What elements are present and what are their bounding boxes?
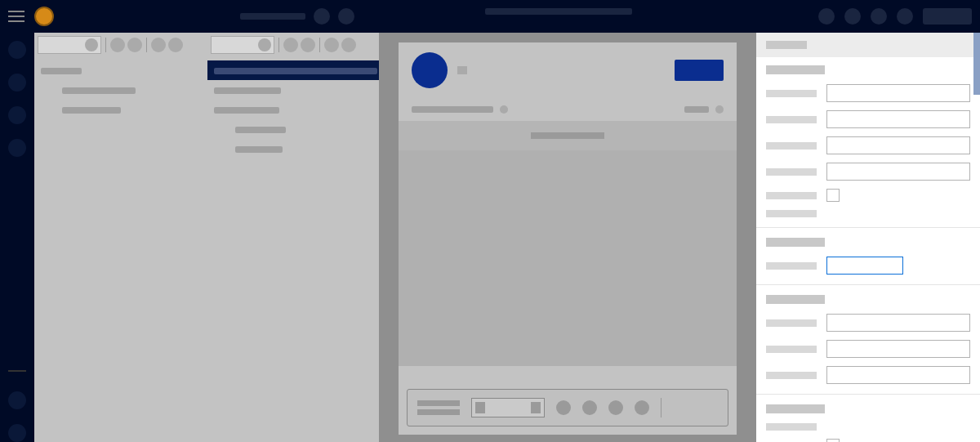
footer-icon-3[interactable] <box>608 400 623 415</box>
tree-left-tool-2-icon[interactable] <box>127 38 142 52</box>
rail-icon-1[interactable] <box>8 41 26 59</box>
tree-row[interactable] <box>34 100 207 119</box>
field-label <box>766 262 817 270</box>
preview-card[interactable] <box>399 42 737 435</box>
design-canvas[interactable] <box>379 33 756 442</box>
tree-row-label <box>235 146 283 153</box>
top-action-4-icon[interactable] <box>897 8 913 25</box>
top-search-1[interactable] <box>240 13 305 20</box>
property-field <box>766 189 970 202</box>
top-icon-b[interactable] <box>338 8 354 25</box>
rail-icon-2[interactable] <box>8 74 26 92</box>
top-action-1-icon[interactable] <box>818 8 835 25</box>
footer-input[interactable] <box>471 398 545 417</box>
property-field <box>766 340 970 358</box>
footer-icon-4[interactable] <box>635 400 649 415</box>
top-action-2-icon[interactable] <box>844 8 861 25</box>
field-input[interactable] <box>826 136 970 154</box>
app-logo-icon[interactable] <box>34 7 54 26</box>
rail-icon-4[interactable] <box>8 139 26 157</box>
property-field <box>766 366 970 384</box>
property-field <box>766 84 970 102</box>
tree-row[interactable] <box>207 80 379 100</box>
field-label <box>766 319 817 327</box>
tree-row-label <box>235 127 286 133</box>
card-row-right-label <box>684 106 709 113</box>
field-label <box>766 90 817 97</box>
rail-icon-3[interactable] <box>8 106 26 124</box>
tree-row[interactable] <box>207 100 379 119</box>
field-input[interactable] <box>826 340 970 358</box>
field-label <box>766 142 817 150</box>
tree-right-tool-2-icon[interactable] <box>301 38 315 52</box>
section-title <box>766 238 825 247</box>
tree-left-tool-4-icon[interactable] <box>168 38 183 52</box>
tree-right-tool-3-icon[interactable] <box>324 38 339 52</box>
tree-row[interactable] <box>207 60 379 80</box>
footer-line2 <box>417 409 460 415</box>
footer-line1 <box>417 400 460 406</box>
tree-row-label <box>214 68 377 74</box>
tree-row[interactable] <box>34 80 207 100</box>
field-checkbox[interactable] <box>826 189 840 202</box>
field-input[interactable] <box>826 314 970 332</box>
tree-left-tool-3-icon[interactable] <box>151 38 166 52</box>
property-field <box>766 257 970 275</box>
tree-row[interactable] <box>207 139 379 158</box>
top-icon-a[interactable] <box>314 8 330 25</box>
field-label <box>766 116 817 123</box>
dot-icon <box>500 105 508 114</box>
top-primary-button[interactable] <box>923 8 972 25</box>
card-row-left-label <box>412 106 493 113</box>
properties-header <box>756 33 980 57</box>
tree-row-label <box>62 107 121 114</box>
card-action-button[interactable] <box>675 60 724 81</box>
card-body <box>399 150 737 366</box>
field-input-focused[interactable] <box>826 257 903 275</box>
property-field <box>766 314 970 332</box>
property-field <box>766 163 970 181</box>
tree-right-tool-4-icon[interactable] <box>341 38 356 52</box>
field-label <box>766 423 817 431</box>
topbar <box>0 0 980 33</box>
field-label <box>766 346 817 353</box>
top-breadcrumb <box>485 8 632 15</box>
rail-bottom-icon-1[interactable] <box>8 391 26 409</box>
top-action-3-icon[interactable] <box>871 8 887 25</box>
footer-icon-1[interactable] <box>556 400 571 415</box>
properties-panel <box>756 33 980 442</box>
tree-row[interactable] <box>207 119 379 139</box>
search-icon <box>85 38 98 51</box>
property-field <box>766 136 970 154</box>
property-field <box>766 423 970 431</box>
tree-left-tool-1-icon[interactable] <box>110 38 125 52</box>
search-icon <box>258 38 271 51</box>
tree-right-tool-1-icon[interactable] <box>283 38 298 52</box>
property-field <box>766 439 970 442</box>
footer-input-left-icon <box>475 402 485 413</box>
card-footer <box>407 389 728 426</box>
field-checkbox[interactable] <box>826 439 840 442</box>
field-input[interactable] <box>826 163 970 181</box>
tree-row-label <box>62 87 136 94</box>
avatar-icon <box>412 52 448 88</box>
tree-panel-right <box>207 33 379 442</box>
field-input[interactable] <box>826 84 970 102</box>
tree-left-body <box>34 57 207 123</box>
tree-row-label <box>214 87 281 94</box>
tree-row[interactable] <box>34 60 207 80</box>
hamburger-menu-icon[interactable] <box>8 11 24 22</box>
field-input[interactable] <box>826 366 970 384</box>
field-label <box>766 372 817 379</box>
card-banner <box>399 121 737 150</box>
rail-bottom-icon-2[interactable] <box>8 424 26 442</box>
tree-right-search-input[interactable] <box>211 36 274 54</box>
footer-icon-2[interactable] <box>582 400 597 415</box>
field-input[interactable] <box>826 110 970 128</box>
field-label <box>766 192 817 199</box>
dot-icon <box>715 105 724 114</box>
rail-divider <box>8 370 26 372</box>
tree-left-search-input[interactable] <box>38 36 101 54</box>
tree-row-label <box>214 107 279 114</box>
property-field <box>766 210 970 217</box>
